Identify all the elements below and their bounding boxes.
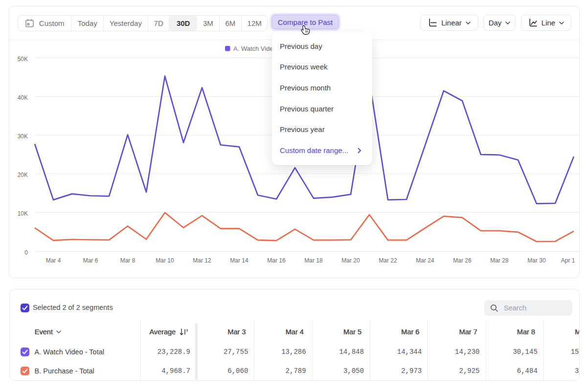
- svg-text:Mar 22: Mar 22: [379, 257, 397, 264]
- svg-text:Apr 1: Apr 1: [561, 257, 575, 264]
- svg-text:Mar 28: Mar 28: [490, 257, 509, 264]
- svg-text:50K: 50K: [18, 56, 28, 63]
- svg-text:10K: 10K: [18, 210, 28, 217]
- svg-text:Mar 4: Mar 4: [46, 257, 61, 264]
- svg-text:Mar 30: Mar 30: [527, 257, 546, 264]
- svg-text:Mar 8: Mar 8: [120, 257, 135, 264]
- svg-text:30K: 30K: [18, 133, 28, 140]
- svg-text:Mar 10: Mar 10: [156, 257, 174, 264]
- svg-text:40K: 40K: [18, 94, 28, 101]
- svg-text:Mar 18: Mar 18: [304, 257, 323, 264]
- svg-text:Mar 6: Mar 6: [83, 257, 98, 264]
- svg-text:Mar 26: Mar 26: [453, 257, 472, 264]
- svg-text:Mar 14: Mar 14: [230, 257, 248, 264]
- svg-text:Mar 24: Mar 24: [416, 257, 434, 264]
- svg-text:Mar 12: Mar 12: [193, 257, 211, 264]
- svg-text:0: 0: [24, 249, 28, 256]
- svg-text:20K: 20K: [18, 172, 28, 178]
- svg-text:Mar 20: Mar 20: [341, 257, 360, 264]
- svg-text:Mar 16: Mar 16: [267, 257, 286, 264]
